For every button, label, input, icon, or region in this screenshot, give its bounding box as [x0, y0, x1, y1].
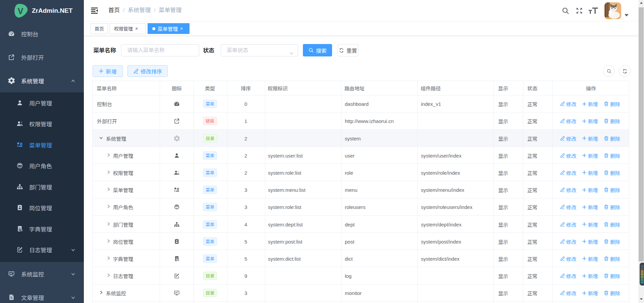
svg-text:V: V — [18, 6, 23, 16]
